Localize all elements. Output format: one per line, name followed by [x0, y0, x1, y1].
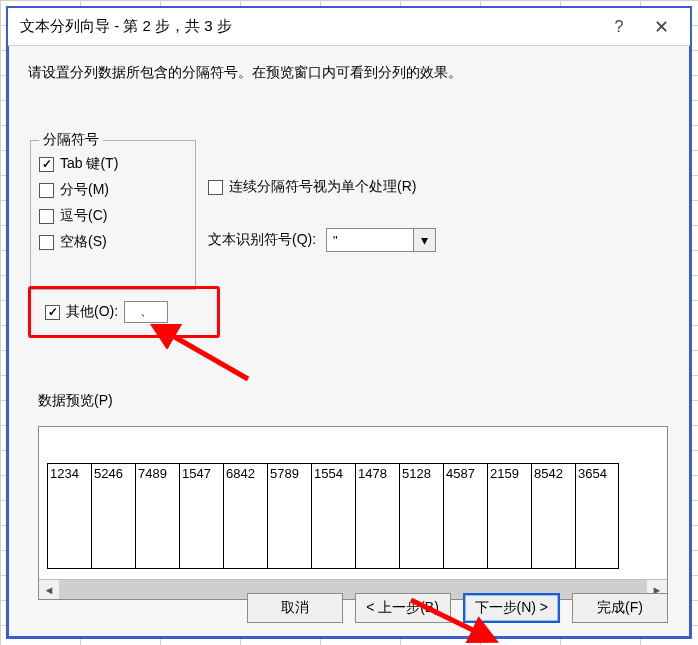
right-options: 连续分隔符号视为单个处理(R) 文本识别符号(Q): " ▾ [208, 174, 508, 252]
preview-column: 1547 [179, 463, 223, 569]
preview-table: 1234524674891547684257891554147851284587… [47, 463, 619, 569]
back-button[interactable]: < 上一步(B) [355, 593, 451, 623]
chevron-down-icon[interactable]: ▾ [413, 229, 435, 251]
cancel-button[interactable]: 取消 [247, 593, 343, 623]
delimiters-legend: 分隔符号 [39, 131, 103, 149]
preview-label: 数据预览(P) [38, 392, 113, 410]
svg-line-0 [166, 332, 248, 379]
delimiter-semicolon-label: 分号(M) [60, 181, 109, 199]
text-qualifier-combo[interactable]: " ▾ [326, 228, 436, 252]
data-preview-box: 1234524674891547684257891554147851284587… [38, 426, 668, 600]
delimiter-space-row[interactable]: 空格(S) [39, 229, 187, 255]
close-button[interactable]: ✕ [640, 12, 682, 42]
preview-column: 5789 [267, 463, 311, 569]
delimiter-tab-label: Tab 键(T) [60, 155, 118, 173]
preview-column: 1554 [311, 463, 355, 569]
checkbox-icon[interactable] [45, 305, 60, 320]
next-button[interactable]: 下一步(N) > [463, 593, 561, 623]
help-button[interactable]: ? [598, 12, 640, 42]
preview-column: 2159 [487, 463, 531, 569]
checkbox-icon[interactable] [39, 209, 54, 224]
preview-column: 5246 [91, 463, 135, 569]
consecutive-delimiters-row[interactable]: 连续分隔符号视为单个处理(R) [208, 174, 508, 200]
delimiter-comma-row[interactable]: 逗号(C) [39, 203, 187, 229]
checkbox-icon[interactable] [39, 157, 54, 172]
dialog-title: 文本分列向导 - 第 2 步，共 3 步 [20, 17, 598, 36]
preview-column: 1234 [47, 463, 91, 569]
delimiter-tab-row[interactable]: Tab 键(T) [39, 151, 187, 177]
consecutive-delimiters-label: 连续分隔符号视为单个处理(R) [229, 178, 416, 196]
titlebar: 文本分列向导 - 第 2 步，共 3 步 ? ✕ [8, 8, 690, 46]
delimiter-comma-label: 逗号(C) [60, 207, 107, 225]
dialog-body: 请设置分列数据所包含的分隔符号。在预览窗口内可看到分列的效果。 分隔符号 Tab… [8, 46, 690, 637]
finish-button[interactable]: 完成(F) [572, 593, 668, 623]
preview-column: 4587 [443, 463, 487, 569]
annotation-highlight-other: 其他(O): 、 [28, 286, 220, 338]
delimiter-semicolon-row[interactable]: 分号(M) [39, 177, 187, 203]
dialog-button-row: 取消 < 上一步(B) 下一步(N) > 完成(F) [8, 593, 690, 623]
text-qualifier-row: 文本识别符号(Q): " ▾ [208, 228, 508, 252]
checkbox-icon[interactable] [39, 235, 54, 250]
preview-column: 8542 [531, 463, 575, 569]
text-to-columns-wizard-dialog: 文本分列向导 - 第 2 步，共 3 步 ? ✕ 请设置分列数据所包含的分隔符号… [6, 6, 692, 639]
delimiter-other-row[interactable]: 其他(O): 、 [45, 301, 168, 323]
preview-column: 6842 [223, 463, 267, 569]
delimiter-space-label: 空格(S) [60, 233, 107, 251]
delimiter-other-label: 其他(O): [66, 303, 118, 321]
preview-column: 1478 [355, 463, 399, 569]
preview-column: 3654 [575, 463, 619, 569]
preview-column: 5128 [399, 463, 443, 569]
text-qualifier-label: 文本识别符号(Q): [208, 231, 316, 249]
checkbox-icon[interactable] [208, 180, 223, 195]
instruction-text: 请设置分列数据所包含的分隔符号。在预览窗口内可看到分列的效果。 [28, 64, 670, 82]
text-qualifier-value: " [327, 233, 413, 248]
checkbox-icon[interactable] [39, 183, 54, 198]
delimiters-fieldset: 分隔符号 Tab 键(T) 分号(M) 逗号(C) 空格(S) [30, 140, 196, 290]
preview-column: 7489 [135, 463, 179, 569]
delimiter-other-input[interactable]: 、 [124, 301, 168, 323]
